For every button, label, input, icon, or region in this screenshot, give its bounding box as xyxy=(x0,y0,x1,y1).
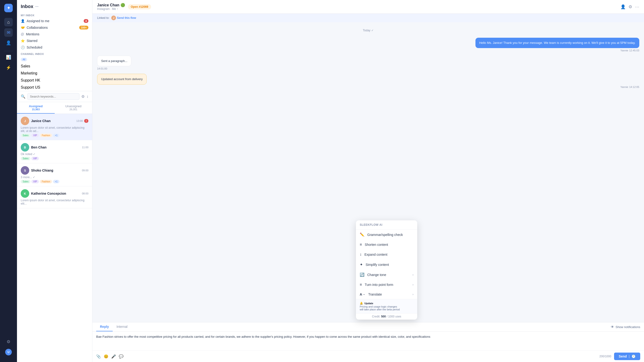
simplify-label: Simplify content xyxy=(366,263,389,266)
conversation-list: J Janice Chan 13:00 ! Lorem ipsum dolor … xyxy=(17,114,92,362)
message-time-2: 14:01:00 xyxy=(97,67,107,70)
message-bubble-1: Hello Ms. Janice! Thank you for your mes… xyxy=(476,38,639,48)
nav-channel-support-hk[interactable]: Support HK xyxy=(21,77,88,84)
avatar-3: S xyxy=(21,166,29,175)
conv-top-bar-left: Janice Chan 🟢 Instagram · Me ↑ Open #120… xyxy=(97,3,151,10)
ai-shorten-content[interactable]: ≡ Shorten content xyxy=(356,240,417,250)
send-area: 200/1000 Send | 🕐 xyxy=(600,352,640,360)
emoji-icon[interactable]: 😊 xyxy=(104,354,108,359)
ai-header: SLEEKFLOW AI xyxy=(356,220,417,230)
pointform-arrow-icon: › xyxy=(412,283,414,286)
nav-collaborations[interactable]: 🤝 Collaborations 100+ xyxy=(21,24,88,31)
nav-icon-analytics[interactable]: 📊 xyxy=(4,53,13,62)
conv-item-2[interactable]: B Ben Chan 11:00 Ok noted ✓ Sales VIP xyxy=(17,140,92,163)
starred-label: Starred xyxy=(27,39,38,43)
conv-item-3[interactable]: S Shoko Chiang 09:00 3 more... ✓ Sales V… xyxy=(17,163,92,186)
point-form-label: Turn into point form xyxy=(365,283,393,286)
reply-content[interactable]: Bae Fashion strives to offer the most co… xyxy=(92,332,644,350)
section-my-inbox: MY INBOX xyxy=(21,12,88,18)
credit-used: 500 xyxy=(381,315,386,318)
ai-point-form[interactable]: ≡ Turn into point form › xyxy=(356,280,417,290)
channel-marketing-label: Marketing xyxy=(21,71,37,76)
nav-icon-user[interactable]: U xyxy=(4,348,13,356)
nav-channel-sales[interactable]: Sales xyxy=(21,63,88,70)
filter-icon[interactable]: ⚙ xyxy=(81,94,85,99)
audio-icon[interactable]: 🎤 xyxy=(111,354,116,359)
sidebar-nav: ✦ ⌂ ✉ 👤 📊 ⚡ ⚙ U xyxy=(0,0,17,362)
status-badge: Open #12069 xyxy=(128,4,151,10)
search-input[interactable] xyxy=(27,93,80,100)
assigned-to-me-label: Assigned to me xyxy=(27,19,50,23)
ai-change-tone[interactable]: 🔄 Change tone › xyxy=(356,270,417,280)
send-button[interactable]: Send | 🕐 xyxy=(614,352,640,360)
nav-channel-support-us[interactable]: Support US xyxy=(21,84,88,91)
conv-preview-3: 3 more... ✓ xyxy=(21,176,88,179)
nav-icon-inbox[interactable]: ✉ xyxy=(4,28,13,37)
tab-internal[interactable]: Internal xyxy=(113,322,131,331)
translate-arrow-icon: › xyxy=(412,293,414,296)
reply-tools: 📎 😊 🎤 💬 xyxy=(96,354,124,359)
send-schedule-icon[interactable]: 🕐 xyxy=(632,354,636,358)
tab-unassigned[interactable]: Unassigned 26,001 xyxy=(55,102,92,114)
assign-icon[interactable]: 👤 xyxy=(620,4,626,10)
conv-time-4: 08:00 xyxy=(82,192,88,195)
nav-icon-contacts[interactable]: 👤 xyxy=(4,39,13,47)
app-logo[interactable]: ✦ xyxy=(4,4,13,12)
ai-dropdown: SLEEKFLOW AI ✏️ Grammar/spelling check ≡… xyxy=(356,220,417,320)
nav-channel-all[interactable]: All xyxy=(21,56,88,63)
tag-vip-3: VIP xyxy=(31,180,39,183)
ai-grammar-check[interactable]: ✏️ Grammar/spelling check xyxy=(356,230,417,240)
ai-translate[interactable]: A→ Translate › xyxy=(356,290,417,299)
tag-vip-1: VIP xyxy=(31,134,39,137)
ai-update-desc-1: Pricing and usage logic changes xyxy=(360,305,414,308)
more-icon[interactable]: ⋯ xyxy=(635,4,639,10)
nav-mentions[interactable]: @ Mentions xyxy=(21,31,88,38)
nav-icon-settings[interactable]: ⚙ xyxy=(4,338,13,346)
message-meta-2: 14:01:00 xyxy=(97,67,107,70)
tone-arrow-icon: › xyxy=(412,273,414,276)
assigned-badge: 4 xyxy=(84,19,88,23)
conv-preview-4: Lorem ipsum dolor sit amet, consectetur … xyxy=(21,199,88,205)
conv-name-3: Shoko Chiang xyxy=(31,168,53,172)
conv-item-1[interactable]: J Janice Chan 13:00 ! Lorem ipsum dolor … xyxy=(17,114,92,140)
inbox-menu-icon[interactable]: ⋯ xyxy=(35,5,38,8)
nav-icon-home[interactable]: ⌂ xyxy=(4,18,13,26)
message-sender-1: Yannie xyxy=(620,49,628,52)
tone-icon: 🔄 xyxy=(360,272,364,277)
ai-menu-left-expand: ↕ Expand content xyxy=(360,252,387,257)
show-notifications-btn[interactable]: 👁 Show notifications xyxy=(611,322,640,331)
sort-icon[interactable]: ↕ xyxy=(86,94,88,99)
tag-fashion-1: Fashion xyxy=(40,134,52,137)
nav-icon-automation[interactable]: ⚡ xyxy=(4,64,13,72)
change-tone-label: Change tone xyxy=(367,273,386,277)
channel-support-us-label: Support US xyxy=(21,85,40,90)
conv-item-4[interactable]: K Katherine Concepcion 08:00 Lorem ipsum… xyxy=(17,186,92,208)
tab-reply[interactable]: Reply xyxy=(96,322,113,331)
channel-sales-label: Sales xyxy=(21,64,30,68)
conv-name-2: Ben Chan xyxy=(31,146,46,149)
send-divider: | xyxy=(629,354,630,358)
contact-sub: Instagram · Me ↑ xyxy=(97,7,125,10)
translate-icon: A→ xyxy=(360,292,365,296)
nav-channel-marketing[interactable]: Marketing xyxy=(21,70,88,77)
tab-assigned[interactable]: Assigned 15,983 xyxy=(17,102,55,114)
conv-tags-3: Sales VIP Fashion +1 xyxy=(21,180,88,183)
message-row-2: Sent a paragraph... 14:01:00 xyxy=(97,56,639,70)
attachment-icon[interactable]: 📎 xyxy=(96,354,101,359)
avatar-2: B xyxy=(21,143,29,152)
nav-assigned-to-me[interactable]: 👤 Assigned to me 4 xyxy=(21,18,88,24)
ai-simplify-content[interactable]: ✦ Simplify content xyxy=(356,260,417,270)
chat-icon[interactable]: 💬 xyxy=(119,354,124,359)
settings-icon[interactable]: ⚙ xyxy=(628,4,632,10)
search-bar: 🔍 ⚙ ↕ xyxy=(17,91,92,102)
ai-footer: 🔔 Update Pricing and usage logic changes… xyxy=(356,299,417,313)
tag-sales-2: Sales xyxy=(21,157,30,160)
conv-top-bar: Janice Chan 🟢 Instagram · Me ↑ Open #120… xyxy=(92,0,644,14)
conv-unread-1: ! xyxy=(84,119,88,123)
left-panel-header: Inbox ⋯ MY INBOX 👤 Assigned to me 4 🤝 Co… xyxy=(17,0,92,91)
grammar-icon: ✏️ xyxy=(360,232,364,237)
nav-starred[interactable]: ⭐ Starred xyxy=(21,38,88,44)
ai-expand-content[interactable]: ↕ Expand content xyxy=(356,250,417,260)
show-notifications-label: Show notifications xyxy=(616,325,640,329)
nav-scheduled[interactable]: 🕐 Scheduled xyxy=(21,44,88,51)
